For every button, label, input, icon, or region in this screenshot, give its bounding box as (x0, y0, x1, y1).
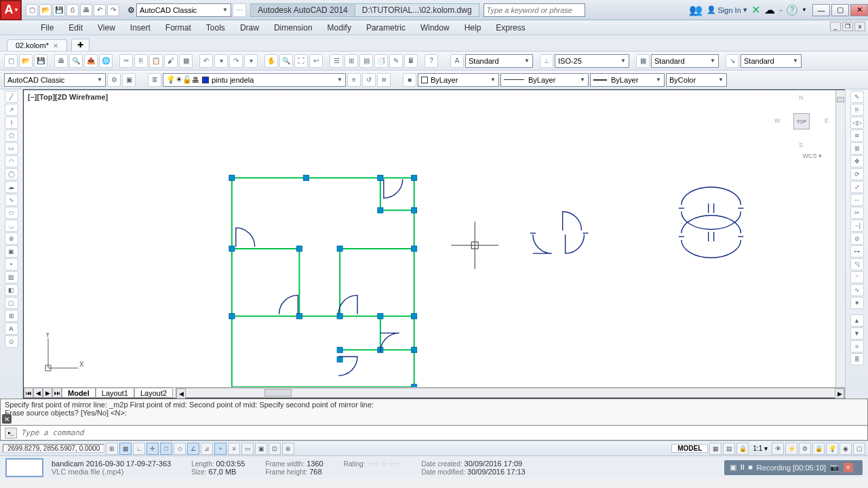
mdi-min[interactable]: _ (830, 22, 841, 31)
dimstyle-icon[interactable]: ⟂ (540, 54, 553, 68)
zoomprev-icon[interactable]: ↩ (309, 54, 323, 68)
tablestyle-icon[interactable]: ▦ (636, 54, 650, 68)
help-icon[interactable]: ? (787, 5, 797, 16)
menu-format[interactable]: Format (159, 22, 198, 34)
undo2-icon[interactable]: ↶ (199, 54, 213, 68)
chamfer-icon[interactable]: ◹ (850, 258, 864, 270)
menu-draw[interactable]: Draw (233, 22, 266, 34)
copy-icon[interactable]: ⎘ (134, 54, 148, 68)
array-icon[interactable]: ⊞ (850, 142, 864, 155)
addselected-icon[interactable]: ⊙ (5, 336, 18, 348)
color-dropdown[interactable]: ByLayer▼ (418, 73, 499, 87)
line-icon[interactable]: ╱ (5, 91, 18, 103)
move-icon[interactable]: ✥ (850, 155, 864, 167)
point-icon[interactable]: • (5, 258, 18, 270)
pline-icon[interactable]: ⌇ (5, 117, 18, 129)
saveas-icon[interactable]: ⎙ (66, 4, 79, 16)
blockeditor-icon[interactable]: ▦ (179, 54, 193, 68)
annoscale-icon[interactable]: 🔒 (736, 443, 749, 455)
textstyle-dropdown[interactable]: Standard▼ (465, 54, 533, 68)
qcalc-icon[interactable]: 🖩 (404, 54, 418, 68)
zoomrt-icon[interactable]: 🔍 (279, 54, 293, 68)
table-icon[interactable]: ⊞ (5, 310, 18, 322)
explode-icon[interactable]: ✷ (850, 297, 864, 309)
open2-icon[interactable]: 📂 (19, 54, 33, 68)
a360-icon[interactable]: ☁ (764, 3, 775, 16)
paste-icon[interactable]: 📋 (149, 54, 163, 68)
menu-dimension[interactable]: Dimension (267, 22, 319, 34)
drawordertop-icon[interactable]: ▲ (850, 314, 864, 327)
block-icon[interactable]: ▣ (5, 245, 18, 258)
fillet-icon[interactable]: ◜ (850, 271, 864, 283)
tab-next-icon[interactable]: ▶ (43, 388, 52, 398)
dimstyle-dropdown[interactable]: ISO-25▼ (555, 54, 629, 68)
help2-icon[interactable]: ? (425, 54, 438, 68)
circle-icon[interactable]: ◯ (5, 168, 18, 180)
maximize-button[interactable]: ▢ (831, 4, 849, 16)
publish-icon[interactable]: 📤 (84, 54, 98, 68)
model-space-indicator[interactable]: MODEL (671, 444, 708, 453)
layermatch-icon[interactable]: ≋ (377, 73, 391, 87)
ws-settings-icon[interactable]: ⚙ (107, 73, 121, 87)
zoomwin-icon[interactable]: ⛶ (294, 54, 308, 68)
tab-prev-icon[interactable]: ◀ (33, 388, 43, 398)
close-button[interactable]: ✕ (850, 4, 868, 16)
minimize-button[interactable]: — (812, 4, 830, 16)
menu-help[interactable]: Help (458, 22, 488, 34)
doc-tab-active[interactable]: 02.kolom* ✕ (7, 39, 67, 51)
grid-toggle[interactable]: ▦ (119, 443, 132, 455)
osnap-toggle[interactable]: □ (160, 443, 172, 455)
spline-icon[interactable]: ∿ (5, 194, 18, 206)
ortho-toggle[interactable]: ∟ (133, 443, 145, 455)
layer-dropdown[interactable]: 💡☀🔓🖶 pintu jendela▼ (163, 73, 346, 87)
ducs-toggle[interactable]: ⊿ (201, 443, 213, 455)
command-input[interactable] (21, 428, 863, 437)
dcenter-icon[interactable]: ⊞ (344, 54, 358, 68)
colorctrl-icon[interactable]: ■ (403, 73, 416, 87)
undo-icon[interactable]: ↶ (94, 4, 106, 16)
menu-modify[interactable]: Modify (321, 22, 358, 34)
app-menu-button[interactable]: A (0, 0, 22, 20)
extend-icon[interactable]: →| (850, 220, 864, 232)
viewcube[interactable]: N S E W TOP (774, 94, 829, 148)
rec-close-icon[interactable]: ✕ (844, 463, 853, 472)
mleaderstyle-dropdown[interactable]: Standard▼ (741, 54, 802, 68)
hatch-icon[interactable]: ▨ (5, 271, 18, 283)
menu-tools[interactable]: Tools (199, 22, 232, 34)
erase-icon[interactable]: ✎ (850, 91, 864, 103)
drawing-canvas[interactable]: [–][Top][2D Wireframe] (23, 89, 845, 399)
join-icon[interactable]: ⊶ (850, 245, 864, 258)
redo-icon[interactable]: ↷ (107, 4, 119, 16)
sc-toggle[interactable]: ⊡ (269, 443, 281, 455)
toolpal-icon[interactable]: ▤ (359, 54, 373, 68)
new-icon[interactable]: ▢ (26, 4, 38, 16)
qp-toggle[interactable]: ▣ (255, 443, 267, 455)
anno-scale-dropdown[interactable]: 1:1 ▾ (750, 445, 770, 452)
blend-icon[interactable]: ∿ (850, 284, 864, 296)
isolate-icon[interactable]: ◉ (840, 443, 852, 455)
props-icon[interactable]: ☰ (330, 54, 343, 68)
tab-first-icon[interactable]: ⏮ (24, 388, 33, 398)
tpy-toggle[interactable]: ▭ (241, 443, 254, 455)
qnew-icon[interactable]: ▢ (4, 54, 18, 68)
textstyle-icon[interactable]: A (450, 54, 464, 68)
quickview-layouts-icon[interactable]: ▦ (709, 443, 722, 455)
layerprops-icon[interactable]: ≣ (148, 73, 161, 87)
copy2-icon[interactable]: ⎘ (850, 104, 864, 116)
tab-last-icon[interactable]: ⏭ (52, 388, 62, 398)
annovis-icon[interactable]: 👁 (772, 443, 784, 455)
quickview-drawings-icon[interactable]: ▤ (723, 443, 735, 455)
mdi-restore[interactable]: ❐ (842, 22, 853, 31)
redo-dd-icon[interactable]: ▾ (244, 54, 258, 68)
3ddwf-icon[interactable]: 🌐 (99, 54, 113, 68)
scale-icon[interactable]: ⤢ (850, 181, 864, 193)
hardware-accel-icon[interactable]: 💡 (826, 443, 838, 455)
draworder4-icon[interactable]: ≣ (850, 353, 864, 365)
workspace-dropdown[interactable]: ⚙ AutoCAD Classic▼ ⋯ (127, 3, 246, 17)
trim-icon[interactable]: ✂ (850, 207, 864, 219)
viewcube-face[interactable]: TOP (793, 113, 810, 129)
otrack-toggle[interactable]: ∠ (187, 443, 199, 455)
save2-icon[interactable]: 💾 (34, 54, 47, 68)
mirror-icon[interactable]: ◁▷ (850, 117, 864, 129)
open-icon[interactable]: 📂 (39, 4, 52, 16)
